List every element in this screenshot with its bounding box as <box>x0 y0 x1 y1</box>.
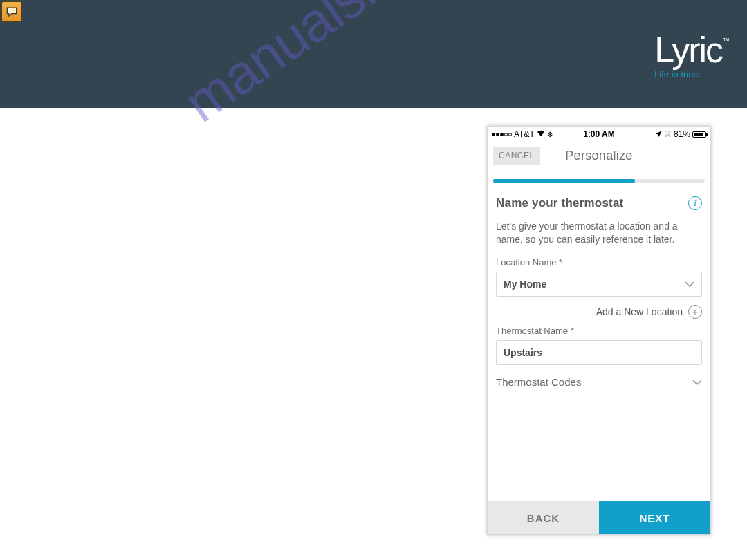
chevron-down-icon <box>685 279 694 290</box>
progress-bar <box>493 179 705 183</box>
info-icon[interactable]: i <box>688 196 702 210</box>
status-bar: AT&T ✻ 1:00 AM ⌘ 81% <box>488 127 710 142</box>
battery-pct: 81% <box>674 129 690 139</box>
app-navbar: CANCEL Personalize <box>488 142 710 169</box>
thermostat-name-label: Thermostat Name * <box>488 321 710 339</box>
next-button[interactable]: NEXT <box>599 501 710 534</box>
loading-icon: ✻ <box>547 131 553 138</box>
wifi-icon <box>537 129 545 139</box>
battery-icon <box>692 131 706 138</box>
chevron-down-icon <box>692 376 702 388</box>
trademark-symbol: ™ <box>723 37 728 44</box>
intro-text: Let's give your thermostat a location an… <box>488 214 710 253</box>
thermostat-name-value: Upstairs <box>504 347 542 358</box>
phone-screenshot: AT&T ✻ 1:00 AM ⌘ 81% CANCEL Personalize … <box>487 126 711 535</box>
location-name-value: My Home <box>504 279 546 290</box>
add-location-label: Add a New Location <box>596 306 683 317</box>
footer-buttons: BACK NEXT <box>488 501 710 534</box>
location-services-icon <box>656 129 662 139</box>
comment-icon[interactable] <box>1 1 22 22</box>
bluetooth-icon: ⌘ <box>664 130 672 139</box>
back-button[interactable]: BACK <box>488 501 599 534</box>
add-location-button[interactable]: Add a New Location + <box>488 298 710 321</box>
brand-name: Lyric™ <box>654 32 728 68</box>
thermostat-codes-row[interactable]: Thermostat Codes <box>488 366 710 392</box>
brand-tagline: Life in tune. <box>654 69 728 80</box>
signal-dots-icon <box>492 133 512 136</box>
cancel-button[interactable]: CANCEL <box>493 147 540 165</box>
thermostat-name-input[interactable]: Upstairs <box>496 340 702 365</box>
brand-logo: Lyric™ Life in tune. <box>654 32 728 80</box>
location-name-select[interactable]: My Home <box>496 272 702 297</box>
carrier-label: AT&T <box>514 129 535 139</box>
page-header: Lyric™ Life in tune. <box>0 0 747 108</box>
section-heading: Name your thermostat <box>496 196 623 210</box>
location-name-label: Location Name * <box>488 253 710 270</box>
thermostat-codes-label: Thermostat Codes <box>496 376 581 388</box>
progress-fill <box>493 179 635 183</box>
plus-icon: + <box>688 305 702 319</box>
